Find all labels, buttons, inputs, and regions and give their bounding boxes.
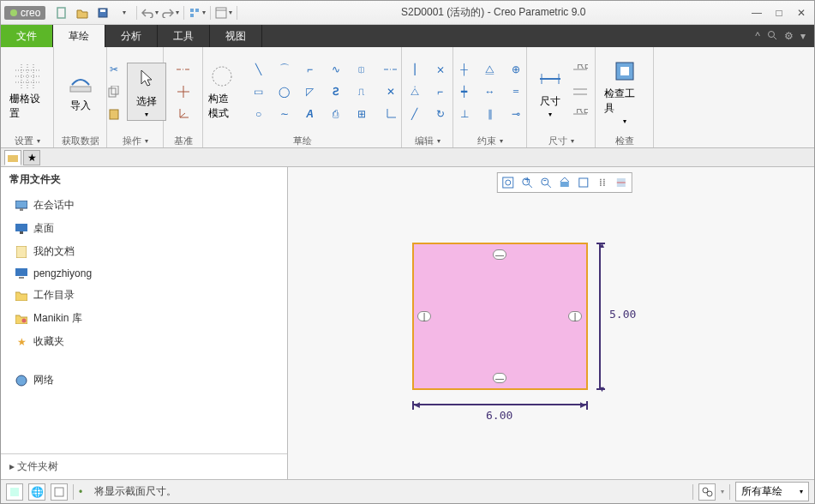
- baseline-icon[interactable]: [571, 82, 590, 101]
- undo-icon[interactable]: [141, 4, 159, 21]
- curve-icon[interactable]: ∼: [275, 105, 294, 123]
- text-tool-icon[interactable]: A: [301, 105, 320, 123]
- new-file-icon[interactable]: [52, 4, 71, 21]
- chamfer-icon[interactable]: ◸: [301, 82, 320, 101]
- world-icon[interactable]: 🌐: [28, 483, 45, 501]
- repaint-icon[interactable]: [556, 175, 573, 190]
- coincident-icon[interactable]: ⊸: [506, 105, 525, 123]
- close-icon[interactable]: ✕: [792, 7, 811, 19]
- tab-sketch[interactable]: 草绘: [53, 25, 105, 47]
- selection-filter-icon[interactable]: [51, 483, 68, 501]
- inspect-button[interactable]: 检查工具▾: [601, 56, 648, 127]
- equal-icon[interactable]: ＝: [506, 82, 525, 101]
- sidebar-item-favorites[interactable]: ★收藏夹: [1, 330, 287, 353]
- group-settings-label[interactable]: 设置: [6, 132, 48, 147]
- constraint-vertical-icon[interactable]: |: [568, 311, 582, 321]
- sidebar-item-workdir[interactable]: 工作目录: [1, 284, 287, 307]
- perpendicular-icon[interactable]: ⊥: [455, 105, 474, 123]
- gear-icon[interactable]: ⚙: [784, 30, 794, 42]
- zoom-out-icon[interactable]: -: [537, 175, 554, 190]
- windows-icon[interactable]: [214, 4, 233, 21]
- sketcher-display-icon[interactable]: ⁞⁞: [594, 175, 611, 190]
- corner-icon[interactable]: ⌐: [431, 82, 450, 101]
- point-icon[interactable]: [174, 82, 193, 101]
- sidebar-item-network[interactable]: 网络: [1, 369, 287, 392]
- coord2-icon[interactable]: [381, 105, 400, 123]
- sketch-rectangle[interactable]: [412, 243, 588, 390]
- line-icon[interactable]: ╲: [249, 60, 268, 79]
- save-icon[interactable]: [93, 4, 112, 21]
- sidebar-item-desktop[interactable]: 桌面: [1, 217, 287, 240]
- tangent-icon[interactable]: ⧋: [481, 60, 500, 79]
- mirror-icon[interactable]: ⧊: [405, 82, 424, 101]
- redo-icon[interactable]: [161, 4, 180, 21]
- construct-mode-button[interactable]: 构造模式: [205, 61, 239, 123]
- dimension-width[interactable]: ◀▶ 6.00: [412, 404, 588, 405]
- selection-filter-combo[interactable]: 所有草绘 ▾: [735, 482, 809, 501]
- sketch-view-icon[interactable]: [613, 175, 630, 190]
- parallel-icon[interactable]: ∥: [481, 105, 500, 123]
- ordinate-icon[interactable]: REF: [571, 105, 590, 123]
- tab-analysis[interactable]: 分析: [105, 25, 158, 47]
- sidebar-item-session[interactable]: 在会话中: [1, 194, 287, 217]
- save-dropdown-icon[interactable]: [114, 4, 133, 21]
- centerline2-icon[interactable]: [381, 60, 400, 79]
- copy-icon[interactable]: [105, 82, 123, 101]
- group-dim-label[interactable]: 尺寸: [532, 132, 590, 147]
- ellipse-icon[interactable]: ◯: [275, 82, 294, 101]
- spline-icon[interactable]: ∿: [327, 60, 345, 79]
- refit-icon[interactable]: [500, 175, 517, 190]
- help-icon[interactable]: ▾: [800, 30, 806, 42]
- favorites-tab-icon[interactable]: ★: [23, 150, 40, 165]
- import-button[interactable]: 导入: [63, 68, 98, 115]
- search-icon[interactable]: [767, 30, 777, 43]
- zoom-in-icon[interactable]: +: [518, 175, 536, 190]
- constraint-horizontal-icon[interactable]: —: [493, 249, 506, 260]
- dimension-button[interactable]: 尺寸▾: [533, 63, 567, 120]
- group-edit-label[interactable]: 编辑: [407, 132, 447, 147]
- graphics-canvas[interactable]: + - ⁞⁞ — — | | ▲▼ 5.00 ◀▶ 6.00: [288, 167, 814, 479]
- rect-icon[interactable]: ▭: [249, 82, 268, 101]
- sidebar-item-computer[interactable]: pengzhiyong: [1, 263, 287, 284]
- dimension-height[interactable]: ▲▼ 5.00: [599, 243, 601, 390]
- dropdown-icon[interactable]: ▾: [721, 488, 724, 495]
- maximize-icon[interactable]: □: [770, 7, 788, 19]
- project-icon[interactable]: ⎙: [327, 105, 345, 123]
- grid-settings-button[interactable]: 栅格设置: [6, 61, 48, 123]
- folder-tree-toggle[interactable]: ▸ 文件夹树: [1, 453, 287, 479]
- modify-icon[interactable]: ⎮: [405, 60, 424, 79]
- coord-sys-icon[interactable]: [174, 105, 193, 123]
- constraint-horizontal-icon[interactable]: —: [493, 373, 506, 383]
- circle-icon[interactable]: ○: [249, 105, 268, 123]
- group-constrain-label[interactable]: 约束: [458, 132, 521, 147]
- sidebar-item-manikin[interactable]: Manikin 库: [1, 307, 287, 330]
- regenerate-icon[interactable]: [188, 4, 207, 21]
- text-icon[interactable]: Ꙅ: [327, 82, 345, 101]
- vertical-icon[interactable]: ┼: [455, 60, 474, 79]
- paste-icon[interactable]: [105, 105, 123, 123]
- delete-seg-icon[interactable]: ⨯: [431, 60, 450, 79]
- select-button[interactable]: 选择▾: [127, 63, 166, 121]
- tab-tools[interactable]: 工具: [158, 25, 210, 47]
- centerline-icon[interactable]: [174, 60, 193, 79]
- display-style-icon[interactable]: [575, 175, 592, 190]
- midpoint-icon[interactable]: ⊕: [506, 60, 525, 79]
- ref-dim-icon[interactable]: REF: [571, 60, 590, 79]
- group-operate-label[interactable]: 操作: [112, 132, 158, 147]
- minimize-icon[interactable]: —: [747, 7, 766, 19]
- offset-icon[interactable]: ⎅: [352, 60, 371, 79]
- orientation-icon[interactable]: [6, 483, 23, 501]
- cut-icon[interactable]: ✂: [105, 60, 123, 79]
- arc-icon[interactable]: ⌒: [275, 60, 294, 79]
- sidebar-item-docs[interactable]: 我的文档: [1, 240, 287, 263]
- find-icon[interactable]: [698, 483, 716, 501]
- collapse-icon[interactable]: ^: [755, 30, 760, 42]
- folder-tab-icon[interactable]: [4, 150, 21, 165]
- palette-icon[interactable]: ⊞: [352, 105, 371, 123]
- constraint-vertical-icon[interactable]: |: [417, 311, 431, 321]
- open-file-icon[interactable]: [73, 4, 92, 21]
- point2-icon[interactable]: ✕: [381, 82, 400, 101]
- tab-file[interactable]: 文件: [1, 25, 53, 47]
- horizontal-icon[interactable]: ┿: [455, 82, 474, 101]
- divide-icon[interactable]: ╱: [405, 105, 424, 123]
